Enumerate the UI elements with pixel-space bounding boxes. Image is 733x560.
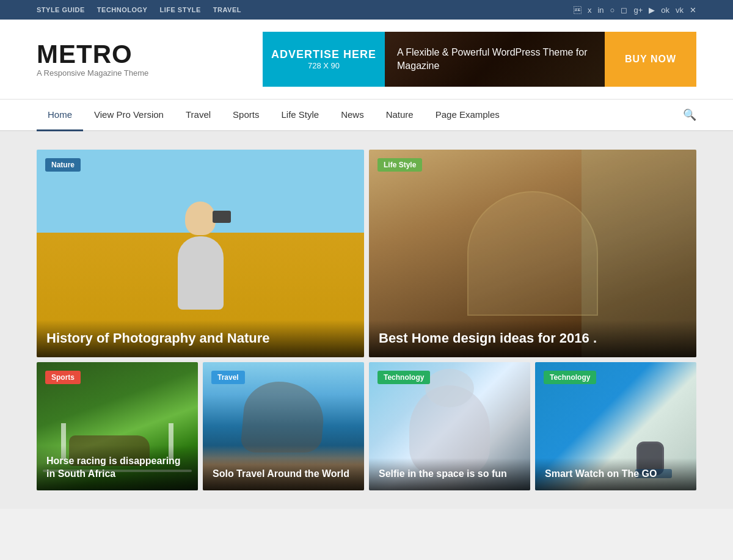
ad-left: ADVERTISE HERE 728 X 90 xyxy=(263,32,385,87)
topnav-technology[interactable]: TECHNOLOGY xyxy=(97,6,148,13)
ad-title: ADVERTISE HERE xyxy=(271,48,376,61)
ad-size: 728 X 90 xyxy=(308,61,340,70)
featured-lifestyle-card[interactable]: Life Style Best Home design ideas for 20… xyxy=(369,150,696,357)
ad-middle-text: A Flexible & Powerful WordPress Theme fo… xyxy=(397,46,593,73)
top-bar-nav: STYLE GUIDE TECHNOLOGY LIFE STYLE TRAVEL xyxy=(37,6,241,13)
ad-buy-now[interactable]: BUY NOW xyxy=(605,32,696,87)
sports-card[interactable]: Sports Horse racing is disappearing in S… xyxy=(37,362,198,490)
space-card-overlay: Selfie in the space is so fun xyxy=(369,458,530,490)
sports-badge: Sports xyxy=(45,371,81,384)
youtube-icon[interactable]: ▶ xyxy=(649,5,655,15)
buy-now-label: BUY NOW xyxy=(625,54,676,65)
space-card[interactable]: Technology Selfie in the space is so fun xyxy=(369,362,530,490)
watch-card-overlay: Smart Watch on The GO xyxy=(535,458,696,490)
ad-middle: A Flexible & Powerful WordPress Theme fo… xyxy=(385,32,605,87)
nav-sports[interactable]: Sports xyxy=(222,100,270,131)
content-area: Nature History of Photography and Nature… xyxy=(0,131,733,509)
search-icon[interactable]: 🔍 xyxy=(683,108,696,122)
nav-news[interactable]: News xyxy=(330,100,375,131)
pinterest-icon[interactable]: ○ xyxy=(610,5,615,15)
instagram-icon[interactable]: ◻ xyxy=(621,5,627,15)
nav-home[interactable]: Home xyxy=(37,100,83,131)
travel-card-title: Solo Travel Around the World xyxy=(213,468,354,481)
topnav-life-style[interactable]: LIFE STYLE xyxy=(159,6,200,13)
top-bar: STYLE GUIDE TECHNOLOGY LIFE STYLE TRAVEL… xyxy=(0,0,733,20)
sports-card-title: Horse racing is disappearing in South Af… xyxy=(46,455,188,481)
lifestyle-badge: Life Style xyxy=(377,158,422,172)
main-nav-links: Home View Pro Version Travel Sports Life… xyxy=(37,100,511,130)
nav-travel[interactable]: Travel xyxy=(175,100,222,131)
google-plus-icon[interactable]: g+ xyxy=(633,5,643,15)
watch-card-title: Smart Watch on The GO xyxy=(545,468,687,481)
close-icon[interactable]: ✕ xyxy=(690,5,696,15)
bottom-grid: Sports Horse racing is disappearing in S… xyxy=(37,362,696,490)
main-nav: Home View Pro Version Travel Sports Life… xyxy=(0,100,733,131)
header: METRO A Responsive Magazine Theme ADVERT… xyxy=(0,20,733,100)
nav-nature[interactable]: Nature xyxy=(375,100,425,131)
technology-badge-1: Technology xyxy=(377,371,430,384)
travel-badge: Travel xyxy=(211,371,245,384)
nature-card-title: History of Photography and Nature xyxy=(46,330,354,347)
ad-banner[interactable]: ADVERTISE HERE 728 X 90 A Flexible & Pow… xyxy=(263,32,696,87)
travel-card-overlay: Solo Travel Around the World xyxy=(203,458,364,490)
logo-area: METRO A Responsive Magazine Theme xyxy=(37,42,148,78)
vk-icon[interactable]: vk xyxy=(676,5,684,15)
watch-card[interactable]: Technology Smart Watch on The GO xyxy=(535,362,696,490)
travel-card[interactable]: Travel Solo Travel Around the World xyxy=(203,362,364,490)
social-icons:  x in ○ ◻ g+ ▶ ok vk ✕ xyxy=(574,5,696,15)
lifestyle-card-title: Best Home design ideas for 2016 . xyxy=(379,330,687,347)
topnav-style-guide[interactable]: STYLE GUIDE xyxy=(37,6,85,13)
nature-card-overlay: History of Photography and Nature xyxy=(37,320,364,357)
facebook-icon[interactable]:  xyxy=(574,5,582,15)
sports-card-overlay: Horse racing is disappearing in South Af… xyxy=(37,445,198,490)
nav-page-examples[interactable]: Page Examples xyxy=(425,100,511,131)
twitter-icon[interactable]: x xyxy=(588,5,592,15)
space-card-title: Selfie in the space is so fun xyxy=(379,468,520,481)
lifestyle-card-overlay: Best Home design ideas for 2016 . xyxy=(369,320,696,357)
topnav-travel[interactable]: TRAVEL xyxy=(213,6,241,13)
technology-badge-2: Technology xyxy=(544,371,596,384)
logo-title[interactable]: METRO xyxy=(37,42,148,67)
nature-badge: Nature xyxy=(45,158,81,172)
featured-nature-card[interactable]: Nature History of Photography and Nature xyxy=(37,150,364,357)
linkedin-icon[interactable]: in xyxy=(597,5,604,15)
logo-subtitle: A Responsive Magazine Theme xyxy=(37,68,148,78)
featured-grid: Nature History of Photography and Nature… xyxy=(37,150,696,357)
nav-view-pro[interactable]: View Pro Version xyxy=(83,100,175,131)
nav-lifestyle[interactable]: Life Style xyxy=(270,100,330,131)
ok-icon[interactable]: ok xyxy=(661,5,669,15)
